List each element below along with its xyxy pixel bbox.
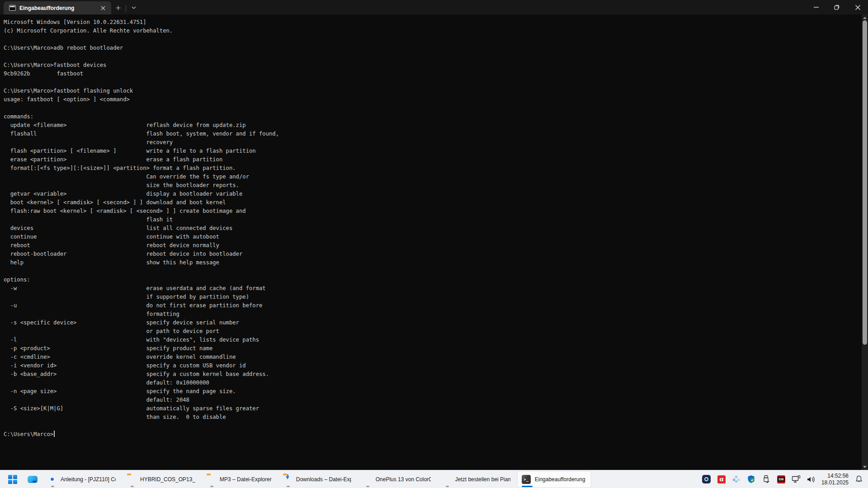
terminal-line: usage: fastboot [ <option> ] <command> <box>4 95 861 104</box>
cmd-icon <box>9 5 16 11</box>
firefox-icon <box>442 475 451 484</box>
terminal-line: C:\Users\Marco>adb reboot bootloader <box>4 44 861 52</box>
taskbar: Anleitung - [PJZ110] Colo HYBRID_COS_OP1… <box>0 470 868 488</box>
taskbar-item-explorer-hybrid[interactable]: HYBRID_COS_OP13_CN - <box>123 471 201 488</box>
taskbar-item-firefox-bestellen[interactable]: Jetzt bestellen bei Piam <box>438 471 516 488</box>
terminal-line: format[:[<fs type>][:[<size>]] <partitio… <box>4 164 861 173</box>
terminal-line: update <filename> reflash device from up… <box>4 121 861 130</box>
terminal-line: (c) Microsoft Corporation. Alle Rechte v… <box>4 27 861 35</box>
taskbar-item-label: HYBRID_COS_OP13_CN - <box>140 476 195 483</box>
chat-button[interactable] <box>24 471 42 488</box>
ethernet-tray-icon[interactable] <box>792 475 801 484</box>
terminal-text: Microsoft Windows [Version 10.0.22631.47… <box>4 18 861 470</box>
terminal-line: C:\Users\Marco>fastboot devices <box>4 61 861 70</box>
terminal-line: -p <product> specify product name <box>4 344 861 353</box>
taskbar-item-chrome-anleitung[interactable]: Anleitung - [PJZ110] Colo <box>43 471 121 488</box>
terminal-line: reboot reboot device normally <box>4 241 861 250</box>
volume-tray-icon[interactable] <box>807 475 816 484</box>
sb-tray-icon[interactable]: SB <box>777 475 786 484</box>
windows-logo-icon <box>8 475 17 484</box>
terminal-line <box>4 52 861 61</box>
taskbar-item-explorer-downloads[interactable]: Downloads – Datei-Expl <box>279 471 357 488</box>
terminal-line: flashall flash boot, system, vendor and … <box>4 130 861 138</box>
terminal-line: -u do not first erase partition before <box>4 301 861 310</box>
close-button[interactable] <box>847 0 868 14</box>
terminal-line: C:\Users\Marco>fastboot flashing unlock <box>4 87 861 95</box>
terminal-line: -b <base_addr> specify a custom kernel b… <box>4 370 861 379</box>
minimize-button[interactable] <box>806 0 826 14</box>
molecule-tray-icon[interactable] <box>732 475 741 484</box>
terminal-line: continue continue with autoboot <box>4 233 861 241</box>
restore-button[interactable] <box>826 0 847 14</box>
new-tab-button[interactable] <box>111 2 125 14</box>
downloads-folder-icon <box>283 475 292 484</box>
clock-date: 18.01.2025 <box>821 479 849 486</box>
terminal-line <box>4 104 861 113</box>
terminal-line: Can override the fs type and/or <box>4 173 861 181</box>
terminal-line: -n <page size> specify the nand page siz… <box>4 387 861 396</box>
tab-close-icon[interactable] <box>99 5 107 12</box>
oneplus-tray-icon[interactable] <box>702 475 711 484</box>
terminal-line: 9cb9262b fastboot <box>4 70 861 78</box>
avira-tray-icon[interactable]: ɑ <box>717 475 726 484</box>
running-indicator <box>287 486 290 487</box>
clock-time: 14:52:56 <box>821 473 849 479</box>
terminal-line <box>4 267 861 276</box>
running-indicator <box>522 486 533 487</box>
terminal-line <box>4 422 861 430</box>
terminal-line: getvar <variable> display a bootloader v… <box>4 190 861 198</box>
terminal-line: than size. 0 to disable <box>4 413 861 422</box>
scrollbar-thumb[interactable] <box>863 20 867 345</box>
running-indicator <box>366 486 369 487</box>
chat-icon <box>28 476 38 483</box>
scrollbar-down-icon[interactable] <box>862 464 868 470</box>
tabbar-divider <box>126 5 126 12</box>
tab-title: Eingabeaufforderung <box>19 5 96 11</box>
terminal-line <box>4 35 861 44</box>
terminal-line: recovery <box>4 138 861 147</box>
terminal-line: -i <vendor id> specify a custom USB vend… <box>4 361 861 370</box>
running-indicator <box>210 486 213 487</box>
running-indicator <box>446 486 449 487</box>
terminal-output-area[interactable]: Microsoft Windows [Version 10.0.22631.47… <box>0 14 868 470</box>
terminal-line: flash it <box>4 216 861 224</box>
terminal-line: -c <cmdline> override kernel commandline <box>4 353 861 361</box>
notification-bell-icon[interactable] <box>854 475 863 484</box>
start-button[interactable] <box>4 471 22 488</box>
taskbar-item-label: Anleitung - [PJZ110] Colo <box>61 476 116 483</box>
taskbar-item-eingabeaufforderung[interactable]: >_ Eingabeaufforderung <box>518 471 591 488</box>
terminal-line: flash <partition> [ <filename> ] write a… <box>4 147 861 155</box>
usb-eject-tray-icon[interactable] <box>762 475 771 484</box>
terminal-line: boot <kernel> [ <ramdisk> [ <second> ] ]… <box>4 198 861 207</box>
terminal-line: -l with "devices", lists device paths <box>4 336 861 344</box>
tab-eingabeaufforderung[interactable]: Eingabeaufforderung <box>4 1 111 14</box>
taskbar-clock[interactable]: 14:52:56 18.01.2025 <box>821 473 849 486</box>
taskbar-item-label: Eingabeaufforderung <box>535 476 585 483</box>
terminal-line <box>4 78 861 87</box>
terminal-line: formatting <box>4 310 861 319</box>
windows-security-tray-icon[interactable] <box>747 475 756 484</box>
taskbar-item-label: MP3 – Datei-Explorer <box>220 476 272 483</box>
terminal-line: devices list all connected devices <box>4 224 861 233</box>
terminal-line: reboot-bootloader reboot device into boo… <box>4 250 861 258</box>
scrollbar-up-icon[interactable] <box>862 14 868 21</box>
terminal-line: erase <partition> erase a flash partitio… <box>4 155 861 164</box>
terminal-line: default: 2048 <box>4 396 861 404</box>
text-cursor <box>54 431 55 437</box>
taskbar-item-explorer-mp3[interactable]: MP3 – Datei-Explorer <box>203 471 277 488</box>
taskbar-item-label: Jetzt bestellen bei Piam <box>455 476 510 483</box>
firefox-icon <box>363 475 372 484</box>
folder-icon <box>207 475 216 484</box>
terminal-line: or path to device port <box>4 327 861 336</box>
taskbar-item-firefox-oneplus[interactable]: OnePlus 13 von ColorOS <box>359 471 436 488</box>
system-tray: ɑ SB <box>702 470 863 488</box>
terminal-scrollbar[interactable] <box>862 14 868 470</box>
terminal-line: size the bootloader reports. <box>4 181 861 190</box>
tab-dropdown-button[interactable] <box>127 2 141 14</box>
terminal-line: flash:raw boot <kernel> [ <ramdisk> [ <s… <box>4 207 861 216</box>
terminal-line: options: <box>4 276 861 284</box>
taskbar-item-label: Downloads – Datei-Expl <box>296 476 351 483</box>
terminal-line: commands: <box>4 113 861 121</box>
terminal-line: -S <size>[K|M|G] automatically sparse fi… <box>4 404 861 413</box>
terminal-line: -s <specific device> specify device seri… <box>4 319 861 327</box>
